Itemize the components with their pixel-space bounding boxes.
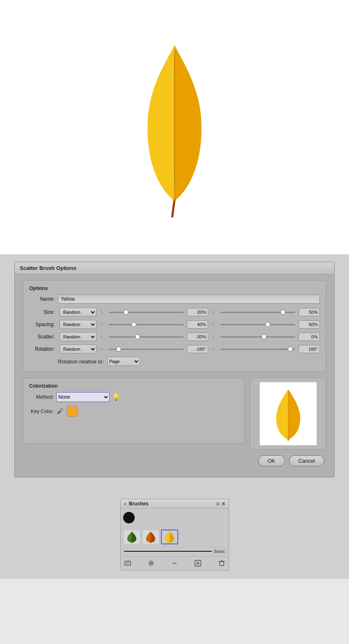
green-leaf-brush[interactable] (123, 530, 140, 544)
preview-leaf (274, 387, 303, 441)
basic-line-row: Basic (123, 547, 226, 555)
scatter-val1[interactable] (187, 333, 208, 341)
rotation-thumb-right[interactable] (288, 347, 293, 352)
spacing-thumb-right[interactable] (265, 322, 270, 327)
brush-preview-section (250, 378, 326, 450)
options-section: Options Name: Size: RandomFixedPressure … (23, 280, 326, 372)
scatter-brush-dialog: Scatter Brush Options Options Name: Size… (14, 262, 335, 477)
circle-brush[interactable] (123, 512, 135, 523)
scatter-dropdown[interactable]: RandomFixed (60, 332, 96, 341)
brushes-titlebar: « Brushes ≡ × (121, 499, 229, 509)
svg-rect-0 (125, 561, 131, 565)
brushes-menu-icon[interactable]: ≡ (216, 500, 219, 507)
brushes-panel: « Brushes ≡ × (120, 499, 229, 571)
size-row: Size: RandomFixedPressure ⟍ ⟍ (29, 308, 320, 317)
basic-label: Basic (214, 549, 225, 554)
name-row: Name: (29, 295, 320, 304)
dialog-wrapper: Scatter Brush Options Options Name: Size… (0, 254, 349, 487)
key-color-swatch[interactable] (67, 406, 78, 417)
brushes-x-icon[interactable]: × (222, 500, 225, 507)
size-label: Size: (29, 309, 58, 315)
scatter-slider-right[interactable] (220, 336, 295, 338)
size-link-icon: ⟍ (99, 309, 105, 315)
size-slider-right[interactable] (220, 312, 295, 313)
scatter-label: Scatter: (29, 334, 58, 340)
svg-rect-10 (220, 562, 224, 566)
delete-icon[interactable] (217, 559, 226, 568)
brush-preview-inner (259, 382, 317, 445)
spacing-dropdown[interactable]: RandomFixed (60, 320, 96, 329)
yellow-leaf-brush[interactable] (161, 530, 178, 544)
spacing-label: Spacing: (29, 322, 58, 327)
canvas-area (0, 0, 349, 254)
size-slider-left[interactable] (109, 312, 184, 313)
cancel-button[interactable]: Cancel (289, 455, 324, 466)
rotation-slider-right[interactable] (220, 349, 295, 350)
svg-point-4 (150, 562, 152, 564)
leaf-illustration (142, 37, 207, 217)
orange-leaf-brush[interactable] (142, 530, 159, 544)
size-link-icon2: ⟍ (211, 309, 216, 315)
rotation-val1[interactable] (187, 345, 208, 353)
lightbulb-icon: 💡 (112, 393, 120, 401)
ok-button[interactable]: OK (258, 455, 285, 466)
size-val2[interactable] (298, 308, 320, 316)
colorization-outer: Colorization Method: NoneTintsTints and … (23, 378, 326, 450)
dialog-title: Scatter Brush Options (15, 262, 334, 274)
rotation-relative-label: Rotation relative to: (58, 359, 104, 365)
rotation-link-icon2: ⟍ (211, 346, 216, 352)
rotation-link-icon: ⟍ (99, 346, 105, 352)
rotation-label: Rotation: (29, 346, 58, 352)
scatter-thumb-right[interactable] (262, 334, 266, 339)
colorization-section: Colorization Method: NoneTintsTints and … (23, 378, 244, 443)
size-val1[interactable] (187, 308, 208, 316)
scatter-thumb-left[interactable] (135, 334, 140, 339)
size-thumb-right[interactable] (280, 310, 285, 315)
add-icon[interactable] (193, 559, 202, 568)
colorization-label: Colorization (29, 383, 238, 389)
scatter-val2[interactable] (298, 333, 320, 341)
spacing-thumb-left[interactable] (131, 322, 136, 327)
scatter-row: Scatter: RandomFixed ⟍ ⟍ (29, 332, 320, 341)
key-color-row: Key Color: 🖋 (29, 406, 238, 417)
size-dropdown[interactable]: RandomFixedPressure (60, 308, 96, 317)
remove-icon[interactable] (170, 559, 179, 568)
method-row: Method: NoneTintsTints and ShadesHue Shi… (29, 392, 238, 402)
name-input[interactable] (58, 295, 320, 304)
scatter-link-icon2: ⟍ (211, 333, 216, 340)
dialog-title-text: Scatter Brush Options (20, 265, 76, 271)
key-color-label: Key Color: (29, 409, 54, 414)
brushes-title: Brushes (129, 501, 216, 507)
method-dropdown[interactable]: NoneTintsTints and ShadesHue Shift (56, 392, 110, 402)
scatter-link-icon: ⟍ (99, 333, 105, 340)
spacing-val2[interactable] (298, 320, 320, 329)
circle-brush-row (123, 512, 226, 527)
rotation-thumb-left[interactable] (116, 347, 121, 352)
name-label: Name: (29, 296, 58, 302)
options-icon[interactable] (147, 559, 156, 568)
leaf-brushes-row (123, 530, 226, 544)
spacing-link-icon: ⟍ (99, 321, 105, 328)
spacing-link-icon2: ⟍ (211, 321, 216, 328)
scatter-slider-left[interactable] (109, 336, 184, 338)
options-section-label: Options (29, 285, 320, 291)
rotation-relative-dropdown[interactable]: PagePath (107, 357, 140, 366)
spacing-val1[interactable] (187, 320, 208, 329)
rotation-row: Rotation: RandomFixed ⟍ ⟍ (29, 345, 320, 354)
basic-line (124, 551, 212, 552)
spacing-row: Spacing: RandomFixed ⟍ ⟍ (29, 320, 320, 329)
brushes-toolbar (123, 556, 226, 568)
eyedropper-icon[interactable]: 🖋 (57, 408, 64, 415)
rotation-val2[interactable] (298, 345, 320, 353)
rotation-dropdown[interactable]: RandomFixed (60, 345, 96, 354)
spacing-slider-right[interactable] (220, 324, 295, 325)
dialog-buttons: OK Cancel (23, 455, 326, 466)
brushes-content: Basic (121, 509, 229, 570)
rotation-slider-left[interactable] (109, 349, 184, 350)
method-label: Method: (29, 394, 54, 400)
library-icon[interactable] (123, 559, 132, 568)
size-thumb-left[interactable] (124, 310, 129, 315)
rotation-relative-row: Rotation relative to: PagePath (29, 357, 320, 366)
brushes-close-icon[interactable]: « (124, 501, 126, 506)
spacing-slider-left[interactable] (109, 324, 184, 325)
